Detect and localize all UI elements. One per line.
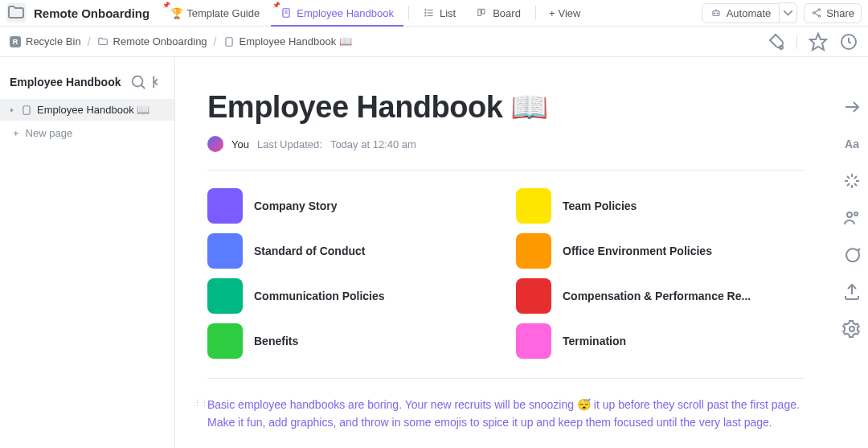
right-rail: Aa	[836, 57, 868, 448]
chevron-down-icon	[780, 3, 796, 23]
sidebar-collapse-button[interactable]	[147, 73, 165, 91]
sidebar-title: Employee Handbook	[10, 76, 129, 88]
main-area: Employee Handbook Employee Handbook 📖 + …	[0, 57, 868, 448]
collapse-icon	[147, 73, 165, 91]
section-card[interactable]: Team Policies	[516, 188, 804, 224]
board-icon	[477, 7, 488, 18]
breadcrumb-row: R Recycle Bin / Remote Onboarding / Empl…	[0, 27, 868, 57]
robot-icon	[710, 7, 722, 18]
rail-export-button[interactable]	[842, 282, 862, 302]
comment-icon	[842, 245, 862, 265]
card-swatch	[207, 323, 243, 359]
breadcrumb-label: Remote Onboarding	[113, 35, 207, 47]
automate-label: Automate	[727, 7, 772, 19]
svg-point-12	[714, 13, 714, 14]
svg-point-15	[819, 9, 821, 10]
breadcrumb-remote-onboarding[interactable]: Remote Onboarding	[113, 35, 207, 47]
automate-button[interactable]: Automate	[702, 3, 780, 23]
doc-content: Employee Handbook 📖 You Last Updated: To…	[175, 57, 836, 448]
section-card[interactable]: Company Story	[207, 188, 495, 224]
divider	[796, 35, 797, 49]
rail-comment-button[interactable]	[842, 245, 862, 265]
author-label[interactable]: You	[231, 138, 249, 150]
tab-list[interactable]: List	[414, 0, 465, 27]
folder-button[interactable]	[6, 3, 26, 23]
typography-icon: Aa	[845, 138, 859, 150]
fill-button[interactable]	[766, 32, 785, 51]
card-swatch	[516, 233, 551, 269]
tree-item-label: Employee Handbook 📖	[37, 104, 149, 116]
plus-icon: +	[13, 127, 19, 139]
section-card[interactable]: Communication Policies	[207, 278, 495, 314]
new-page-button[interactable]: + New page	[0, 121, 174, 146]
rail-ai-button[interactable]	[842, 171, 862, 191]
workspace-badge[interactable]: R	[10, 36, 21, 47]
page-title[interactable]: Employee Handbook 📖	[207, 89, 804, 125]
clock-icon	[839, 32, 858, 51]
tree-item-employee-handbook[interactable]: Employee Handbook 📖	[0, 99, 174, 121]
card-swatch	[516, 323, 551, 359]
tab-board[interactable]: Board	[467, 0, 530, 27]
svg-marker-22	[810, 34, 826, 50]
svg-point-17	[819, 15, 821, 17]
card-swatch	[207, 233, 243, 269]
breadcrumb-separator: /	[214, 35, 217, 48]
add-view-button[interactable]: + View	[541, 7, 589, 19]
doc-area: Employee Handbook 📖 You Last Updated: To…	[175, 57, 868, 448]
paragraph-text[interactable]: Basic employee handbooks are boring. You…	[207, 397, 804, 431]
tab-label: List	[440, 7, 456, 19]
card-grid: Company StoryTeam PoliciesStandard of Co…	[207, 188, 804, 359]
card-swatch	[516, 188, 551, 224]
tab-employee-handbook[interactable]: 📌 Employee Handbook	[271, 0, 403, 27]
svg-marker-27	[10, 108, 13, 113]
card-label: Compensation & Performance Re...	[563, 290, 751, 302]
folder-icon	[6, 3, 26, 23]
section-card[interactable]: Standard of Conduct	[207, 233, 495, 269]
svg-line-25	[141, 85, 145, 89]
doc-icon	[21, 105, 32, 116]
caret-icon[interactable]	[8, 106, 16, 114]
favorite-button[interactable]	[809, 32, 828, 51]
pin-icon: 📌	[162, 2, 170, 9]
card-label: Office Environment Policies	[563, 245, 712, 257]
rail-typography-button[interactable]: Aa	[842, 134, 862, 154]
drag-handle-icon[interactable]: ⋮⋮	[193, 398, 207, 409]
share-label: Share	[826, 7, 854, 19]
automate-dropdown[interactable]	[780, 2, 797, 23]
section-card[interactable]: Office Environment Policies	[516, 233, 804, 269]
svg-rect-10	[482, 9, 485, 14]
paint-drop-icon	[766, 32, 785, 51]
tab-template-guide[interactable]: 📌 🏆 Template Guide	[161, 0, 269, 27]
workspace-name: Remote Onboarding	[34, 6, 149, 20]
section-card[interactable]: Benefits	[207, 323, 495, 359]
breadcrumb-recycle-bin[interactable]: Recycle Bin	[26, 35, 81, 47]
people-icon	[842, 208, 862, 228]
sidebar: Employee Handbook Employee Handbook 📖 + …	[0, 57, 175, 448]
svg-point-24	[133, 76, 143, 87]
card-swatch	[516, 278, 551, 314]
share-button[interactable]: Share	[804, 3, 862, 23]
section-card[interactable]: Termination	[516, 323, 804, 359]
tab-label: Employee Handbook	[297, 7, 394, 19]
svg-rect-9	[478, 9, 481, 15]
breadcrumb-employee-handbook[interactable]: Employee Handbook 📖	[240, 35, 352, 47]
svg-point-13	[717, 13, 718, 14]
avatar[interactable]	[207, 136, 223, 152]
paragraph-block[interactable]: ⋮⋮ Basic employee handbooks are boring. …	[207, 397, 804, 431]
sparkle-icon	[842, 171, 862, 191]
card-label: Termination	[563, 335, 626, 347]
section-card[interactable]: Compensation & Performance Re...	[516, 278, 804, 314]
gear-icon	[842, 319, 862, 339]
svg-point-32	[850, 327, 854, 331]
rail-expand-button[interactable]	[842, 97, 862, 117]
svg-point-31	[854, 212, 858, 216]
sidebar-header: Employee Handbook	[0, 65, 174, 99]
svg-point-16	[813, 12, 815, 14]
rail-people-button[interactable]	[842, 208, 862, 228]
tab-divider	[408, 6, 409, 20]
rail-settings-button[interactable]	[842, 319, 862, 339]
sidebar-search-button[interactable]	[129, 73, 147, 91]
search-icon	[129, 73, 147, 91]
svg-point-6	[425, 10, 426, 10]
history-button[interactable]	[839, 32, 858, 51]
